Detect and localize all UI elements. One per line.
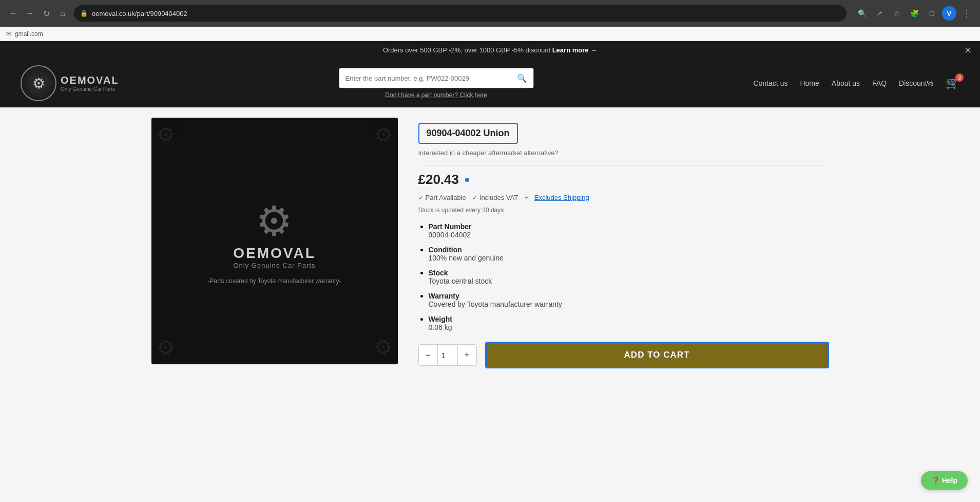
availability-item: ✓ Part Available [418,194,466,201]
nav-discount[interactable]: Discount% [899,79,933,87]
specs-list: Part Number 90904-04002 Condition 100% n… [418,222,829,331]
spec-stock-label: Stock [429,269,829,277]
browser-nav-buttons: ← → ↻ ⌂ [6,6,70,21]
spec-part-number-value: 90904-04002 [429,231,829,239]
spec-condition: Condition 100% new and genuine [429,245,829,262]
add-to-cart-button[interactable]: ADD TO CART [485,342,829,368]
browser-chrome: ← → ↻ ⌂ 🔒 oemoval.co.uk/part/9090404002 … [0,0,980,27]
search-box: 🔍 [339,68,534,88]
product-image-warranty: -Parts covered by Toyota manufacturer wa… [208,277,341,285]
brand-name: OEMOVAL [61,75,119,86]
product-info: 90904-04002 Union Interested in a cheape… [418,118,829,368]
nav-faq[interactable]: FAQ [872,79,887,87]
gmail-bar: ✉ gmail.com [0,27,980,41]
spec-warranty-label: Warranty [429,292,829,300]
quantity-increase-button[interactable]: + [458,345,476,365]
forward-button[interactable]: → [23,6,37,21]
spec-stock: Stock Toyota central stock [429,268,829,285]
availability-row: ✓ Part Available ✓ Includes VAT + Exclud… [418,194,829,201]
cart-badge: 3 [955,73,964,82]
profile-button[interactable]: V [942,6,956,21]
stock-note: Stock is updated every 30 days [418,207,829,214]
announcement-close-button[interactable]: ✕ [964,45,972,56]
quantity-decrease-button[interactable]: − [419,345,437,365]
nav-about[interactable]: About us [832,79,860,87]
aftermarket-link[interactable]: Interested in a cheaper aftermarket alte… [418,149,829,157]
product-gear-icon: ⚙ [208,197,341,245]
spec-part-number: Part Number 90904-04002 [429,222,829,239]
gmail-icon: ✉ [6,30,12,38]
home-button[interactable]: ⌂ [55,6,70,21]
spec-weight: Weight 0.06 kg [429,314,829,331]
spec-weight-value: 0.06 kg [429,323,829,331]
nav-home[interactable]: Home [800,79,819,87]
more-options-button[interactable]: ⋮ [959,6,974,21]
quantity-input[interactable] [437,345,458,365]
logo-text: OEMOVAL Only Genuine Car Parts [61,75,119,92]
logo-tagline: Only Genuine Car Parts [61,86,119,92]
address-bar[interactable]: 🔒 oemoval.co.uk/part/9090404002 [74,5,847,22]
product-price: £20.43 [418,172,459,188]
product-title: 90904-04002 Union [427,128,510,138]
cart-area: − + ADD TO CART [418,342,829,368]
spec-part-number-label: Part Number [429,222,829,231]
excludes-shipping-link[interactable]: Excludes Shipping [534,194,589,201]
quantity-control: − + [418,344,477,366]
product-image-brand: OEMOVAL [208,245,341,262]
logo-circle: ⚙ [21,65,56,101]
main-nav: Contact us Home About us FAQ Discount% 🛒… [754,77,960,90]
url-text: oemoval.co.uk/part/9090404002 [92,10,187,17]
search-help-link[interactable]: Don't have a part number? Click here [385,91,487,99]
price-row: £20.43 [418,172,829,188]
vat-item: ✓ Includes VAT [472,194,518,201]
page-content: ⚙ ⚙ ⚙ ⚙ ⚙ OEMOVAL Only Genuine Car Parts… [131,107,850,379]
plus-separator: + [524,194,528,201]
spec-condition-value: 100% new and genuine [429,254,829,262]
search-action-button[interactable]: 🔍 [855,6,869,21]
announcement-bar: Orders over 500 GBP -2%, over 1000 GBP -… [0,41,980,59]
back-button[interactable]: ← [6,6,21,21]
announcement-link[interactable]: Learn more → [552,46,597,54]
spec-warranty-value: Covered by Toyota manufacturer warranty [429,300,829,308]
divider [418,165,829,165]
lock-icon: 🔒 [80,10,88,17]
includes-vat-text: Includes VAT [479,194,518,201]
spec-condition-label: Condition [429,246,829,254]
product-image: ⚙ ⚙ ⚙ ⚙ ⚙ OEMOVAL Only Genuine Car Parts… [151,118,398,364]
site-header: ⚙ OEMOVAL Only Genuine Car Parts 🔍 Don't… [0,59,980,107]
announcement-text: Orders over 500 GBP -2%, over 1000 GBP -… [383,46,550,54]
product-image-tagline: Only Genuine Car Parts [208,262,341,269]
availability-text: Part Available [426,194,466,201]
browser-actions: 🔍 ↗ ☆ 🧩 □ V ⋮ [855,6,974,21]
share-button[interactable]: ↗ [872,6,887,21]
price-dot [465,178,469,182]
product-image-area: ⚙ ⚙ ⚙ ⚙ ⚙ OEMOVAL Only Genuine Car Parts… [151,118,398,368]
spec-weight-label: Weight [429,315,829,323]
search-input[interactable] [339,68,511,88]
product-image-logo: ⚙ OEMOVAL Only Genuine Car Parts -Parts … [208,197,341,285]
spec-stock-value: Toyota central stock [429,277,829,285]
check-icon: ✓ [418,194,424,201]
vat-check-icon: ✓ [472,194,477,201]
bookmark-button[interactable]: ☆ [890,6,904,21]
search-area: 🔍 Don't have a part number? Click here [129,68,743,99]
extensions-button[interactable]: 🧩 [907,6,921,21]
tab-button[interactable]: □ [925,6,939,21]
product-title-box: 90904-04002 Union [418,123,518,144]
cart-button[interactable]: 🛒 3 [946,77,959,90]
help-button[interactable]: ❓ Help [921,471,968,490]
nav-contact[interactable]: Contact us [754,79,788,87]
gmail-text: gmail.com [15,30,43,38]
logo-area: ⚙ OEMOVAL Only Genuine Car Parts [21,65,119,101]
logo-gear-icon: ⚙ [32,75,45,92]
search-button[interactable]: 🔍 [511,68,533,88]
spec-warranty: Warranty Covered by Toyota manufacturer … [429,291,829,308]
reload-button[interactable]: ↻ [39,6,53,21]
